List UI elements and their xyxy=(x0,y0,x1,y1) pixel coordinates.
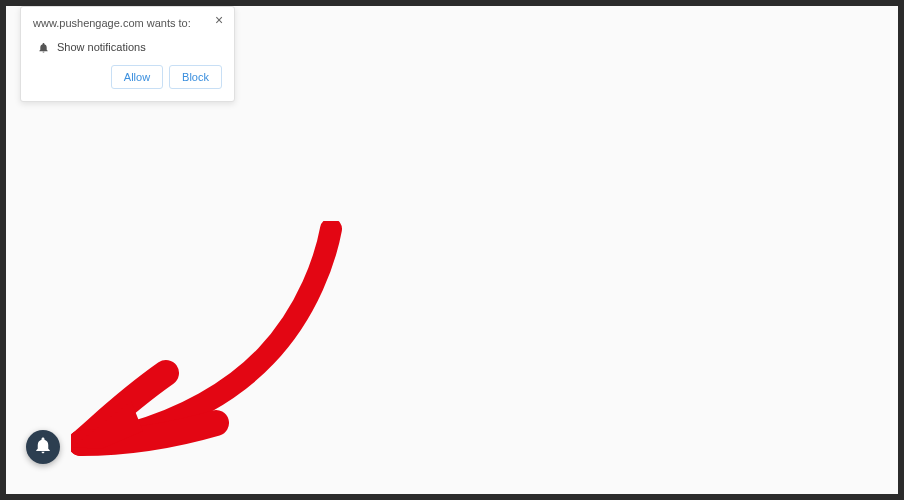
notification-buttons: Allow Block xyxy=(33,65,222,89)
annotation-arrow xyxy=(71,221,351,461)
notification-body: Show notifications xyxy=(37,41,222,53)
notification-permission-text: Show notifications xyxy=(57,41,146,53)
bell-icon xyxy=(34,436,52,458)
bell-icon xyxy=(37,41,49,53)
page-canvas: × www.pushengage.com wants to: Show noti… xyxy=(6,6,898,494)
notification-permission-popup: × www.pushengage.com wants to: Show noti… xyxy=(20,6,235,102)
close-icon: × xyxy=(215,13,223,27)
notification-domain-text: www.pushengage.com wants to: xyxy=(33,17,222,29)
floating-bell-button[interactable] xyxy=(26,430,60,464)
close-button[interactable]: × xyxy=(212,13,226,27)
allow-button[interactable]: Allow xyxy=(111,65,163,89)
block-button[interactable]: Block xyxy=(169,65,222,89)
